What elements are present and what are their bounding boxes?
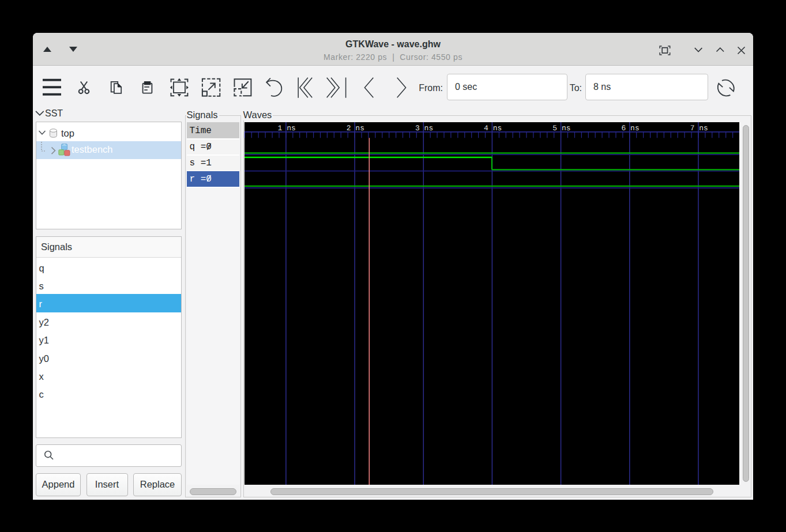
svg-text:ns: ns [630,124,640,133]
svg-text:ns: ns [493,124,502,133]
svg-text:ns: ns [699,124,708,133]
svg-text:ns: ns [424,124,434,133]
svg-text:ns: ns [287,124,296,133]
svg-text:7: 7 [690,124,695,133]
svg-text:ns: ns [355,124,364,133]
svg-text:5: 5 [552,124,557,133]
svg-text:1: 1 [278,124,283,133]
svg-text:4: 4 [484,124,488,133]
svg-text:ns: ns [562,124,571,133]
svg-text:3: 3 [415,124,420,133]
svg-text:2: 2 [347,124,351,133]
svg-text:6: 6 [621,124,626,133]
